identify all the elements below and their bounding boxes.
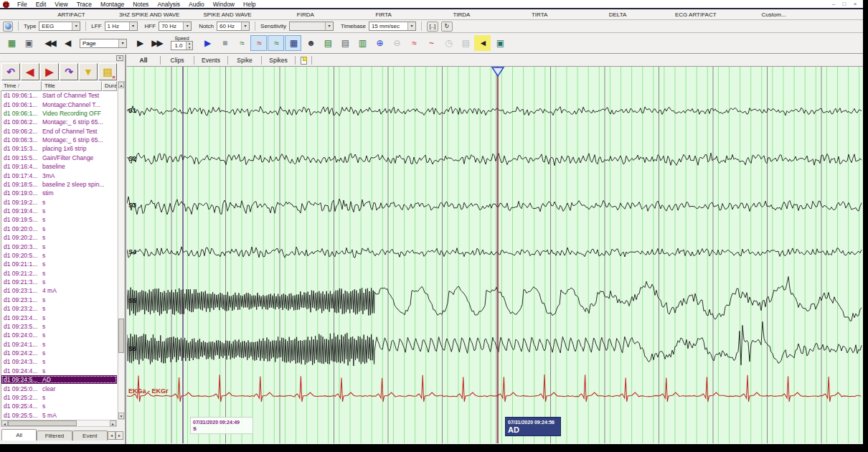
new-note-tab[interactable] bbox=[296, 57, 311, 65]
next-event-icon[interactable]: ▶ bbox=[40, 63, 59, 80]
event-row[interactable]: d1 09:23:5...s bbox=[1, 322, 117, 331]
lff-select[interactable]: 1 Hz ▾ bbox=[105, 22, 138, 31]
scroll-down-icon[interactable]: ▼ bbox=[118, 413, 124, 419]
event-row[interactable]: d1 09:24:3...s bbox=[1, 357, 117, 366]
event-row[interactable]: d1 09:19:0...stim bbox=[1, 189, 117, 197]
speed-spinner[interactable]: ▴ ▾ bbox=[186, 42, 192, 50]
event-annotation-s[interactable]: 07/31/2020 09:24:49 s bbox=[190, 417, 253, 434]
event-row[interactable]: d1 09:25:2...s bbox=[1, 393, 117, 402]
sensitivity-select[interactable]: ▾ bbox=[289, 22, 334, 31]
print-traces-icon[interactable]: ▤ bbox=[336, 35, 353, 51]
undo-arrow-icon[interactable]: ↶ bbox=[1, 63, 20, 80]
classify-button-ecg-artifact[interactable]: ECG ARTIFACT bbox=[656, 11, 735, 18]
redo-arrow-icon[interactable]: ↷ bbox=[60, 63, 78, 80]
event-row[interactable]: d1 09:24:2...s bbox=[1, 349, 117, 357]
goto-note-icon[interactable]: ◄ bbox=[474, 35, 491, 51]
menu-item-window[interactable]: Window bbox=[209, 1, 239, 8]
event-row[interactable]: d1 09:19:4...s bbox=[1, 207, 117, 215]
column-header-duration[interactable]: Duration bbox=[102, 81, 117, 91]
event-row[interactable]: d1 09:23:1...s bbox=[1, 296, 117, 304]
menu-item-trace[interactable]: Trace bbox=[72, 1, 96, 8]
trace-tab-spikes[interactable]: Spikes bbox=[262, 57, 295, 64]
menu-item-file[interactable]: File bbox=[13, 1, 32, 8]
event-row[interactable]: d1 09:06:2...Montage:_ 6 strip 65... bbox=[1, 118, 117, 126]
classify-button-firda[interactable]: FIRDA bbox=[266, 11, 344, 18]
event-row[interactable]: d1 09:20:0...s bbox=[1, 225, 117, 233]
event-row[interactable]: d1 09:21:1...s bbox=[1, 260, 117, 268]
column-header-time[interactable]: Time / bbox=[1, 81, 42, 91]
menu-item-montage[interactable]: Montage bbox=[96, 1, 128, 8]
classify-button-firta[interactable]: FIRTA bbox=[344, 11, 423, 18]
event-list-vscrollbar[interactable]: ▲ ▼ bbox=[118, 81, 125, 420]
event-row[interactable]: d1 09:20:2...s bbox=[1, 233, 117, 242]
panel-close-icon[interactable]: × bbox=[116, 55, 123, 61]
column-header-title[interactable]: Title bbox=[42, 81, 102, 91]
tab-scroll-left-icon[interactable]: ◄ bbox=[108, 431, 115, 440]
classify-button-delta[interactable]: DELTA bbox=[579, 11, 657, 18]
menu-item-analysis[interactable]: Analysis bbox=[153, 1, 184, 8]
prune-traces-icon[interactable]: ≈ bbox=[233, 35, 250, 51]
event-row[interactable]: d1 09:21:3...s bbox=[1, 278, 117, 286]
notch-select[interactable]: 60 Hz ▾ bbox=[217, 22, 250, 31]
montage-globe-icon[interactable] bbox=[3, 22, 13, 32]
event-annotation-ad[interactable]: 07/31/2020 09:24:56 AD bbox=[505, 417, 561, 436]
spike-marker-icon[interactable]: ~ bbox=[423, 35, 439, 51]
clear-events-icon[interactable]: ▤× bbox=[98, 63, 117, 80]
montage-overview-icon[interactable]: ▦ bbox=[3, 35, 19, 51]
filter-events-icon[interactable]: ▼ bbox=[79, 63, 98, 80]
fast-forward-icon[interactable]: ▶▶ bbox=[148, 35, 165, 51]
grid-view-icon[interactable]: ▦ bbox=[285, 35, 301, 51]
classify-button-spike-and-wave[interactable]: SPIKE AND WAVE bbox=[189, 11, 267, 18]
speed-input[interactable]: 1.0 ▴ ▾ bbox=[171, 41, 193, 50]
classify-button-custom[interactable]: Custom... bbox=[735, 11, 813, 18]
remote-monitor-icon[interactable]: ▣ bbox=[491, 35, 508, 51]
minimize-button[interactable]: – bbox=[829, 1, 838, 8]
video-camera-icon[interactable]: ▣ bbox=[20, 35, 37, 51]
overlay-traces-icon[interactable]: ≈ bbox=[268, 35, 284, 51]
event-row[interactable]: d1 09:06:1...Start of Channel Test bbox=[1, 91, 117, 100]
type-select[interactable]: EEG ▾ bbox=[39, 22, 80, 31]
tab-scroll-right-icon[interactable]: ► bbox=[115, 431, 123, 440]
montage-options-button[interactable]: [..] bbox=[427, 22, 438, 32]
close-button[interactable]: × bbox=[851, 1, 859, 8]
spin-down-icon[interactable]: ▾ bbox=[187, 46, 192, 50]
event-row[interactable]: d1 09:23:4...s bbox=[1, 313, 117, 321]
menu-item-view[interactable]: View bbox=[50, 1, 72, 8]
eeg-canvas[interactable]: S1S2S3S4S5S6EKGa - EKGr 07/31/2020 09:24… bbox=[127, 67, 863, 443]
menu-item-edit[interactable]: Edit bbox=[32, 1, 51, 8]
zoom-in-icon[interactable]: ⊕ bbox=[371, 35, 387, 51]
trace-tab-clips[interactable]: Clips bbox=[161, 57, 194, 64]
patient-info-icon[interactable]: ☻ bbox=[302, 35, 319, 51]
scroll-right-icon[interactable]: ► bbox=[110, 420, 116, 426]
panel-tab-all[interactable]: All bbox=[1, 429, 37, 441]
event-row[interactable]: d1 09:06:1...Montage:Channel T... bbox=[1, 100, 117, 108]
classify-button-3hz-spike-and-wave[interactable]: 3HZ SPIKE AND WAVE bbox=[110, 11, 189, 18]
panel-tab-event[interactable]: Event bbox=[72, 430, 108, 441]
event-row[interactable]: d1 09:25:0...clear bbox=[1, 384, 117, 392]
event-row[interactable]: d1 09:15:3...placing 1x6 strip bbox=[1, 144, 117, 153]
hff-select[interactable]: 70 Hz ▾ bbox=[159, 22, 192, 31]
classify-button-tirda[interactable]: TIRDA bbox=[423, 11, 501, 18]
event-row[interactable]: d1 09:19:5...s bbox=[1, 215, 117, 224]
event-row[interactable]: d1 09:06:1...Video Recording OFF bbox=[1, 109, 117, 118]
classify-button-tirta[interactable]: TIRTA bbox=[501, 11, 579, 18]
prev-event-icon[interactable]: ◀ bbox=[21, 63, 39, 80]
event-row[interactable]: d1 09:24:1...s bbox=[1, 340, 117, 349]
menu-item-notes[interactable]: Notes bbox=[128, 1, 153, 8]
classify-button-artifact[interactable]: ARTIFACT bbox=[32, 11, 110, 18]
scroll-up-icon[interactable]: ▲ bbox=[118, 82, 124, 88]
hscroll-thumb[interactable] bbox=[8, 420, 77, 426]
step-backward-icon[interactable]: ◀ bbox=[59, 35, 75, 51]
event-row[interactable]: d1 09:24:4...s bbox=[1, 367, 117, 375]
event-row[interactable]: d1 09:19:2...s bbox=[1, 198, 117, 207]
event-row[interactable]: d1 09:06:2...End of Channel Test bbox=[1, 127, 117, 136]
event-list-hscrollbar[interactable]: ◄ ► bbox=[1, 420, 117, 427]
event-row[interactable]: d1 09:20:3...s bbox=[1, 242, 117, 250]
restore-button[interactable]: □ bbox=[840, 1, 849, 8]
event-row[interactable]: d1 09:18:5...baseline 2 sleep spin... bbox=[1, 180, 117, 189]
fast-backward-icon[interactable]: ◀◀ bbox=[42, 35, 58, 51]
event-row[interactable]: d1 09:20:5...s bbox=[1, 251, 117, 260]
snapshot-traces-icon[interactable]: ▤ bbox=[319, 35, 336, 51]
event-row[interactable]: d1 09:23:2...s bbox=[1, 304, 117, 313]
event-row[interactable]: d1 09:25:4...s bbox=[1, 402, 117, 410]
